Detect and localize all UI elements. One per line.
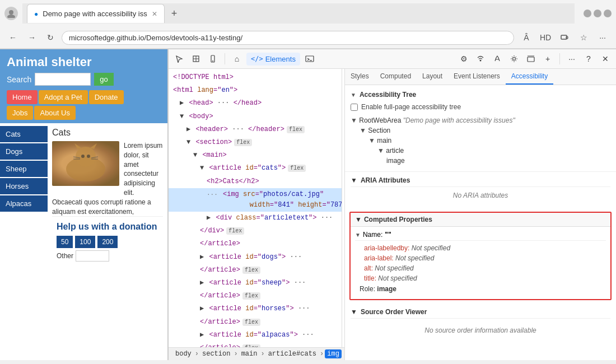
name-arrow: ▼ xyxy=(355,232,361,238)
accessibility-tree-section: ▼ Accessibility Tree Enable full-page ac… xyxy=(345,85,616,172)
bc-img[interactable]: img xyxy=(325,349,342,358)
forward-button[interactable]: → xyxy=(25,32,39,43)
bc-article-cats[interactable]: article#cats xyxy=(266,349,319,358)
sidebar-horses[interactable]: Horses xyxy=(0,178,48,194)
tree-head[interactable]: ▶ <head> ··· </head> xyxy=(169,97,342,110)
aria-labelledby-value: Not specified xyxy=(412,244,450,252)
tree-article-alpacas-close[interactable]: </article>flex xyxy=(169,342,342,347)
tree-html[interactable]: <html lang="en"> xyxy=(169,84,342,97)
tree-img-cat[interactable]: ··· <img src="photos/cat.jpg" width="841… xyxy=(169,188,342,212)
mobile-icon[interactable] xyxy=(206,52,220,66)
tree-doctype[interactable]: <!DOCTYPE html> xyxy=(169,71,342,84)
accessibility-tree-header[interactable]: ▼ Accessibility Tree xyxy=(351,88,610,101)
tree-article-dogs[interactable]: ▶ <article id="dogs"> ··· xyxy=(169,251,342,264)
source-order-header[interactable]: ▼ Source Order Viewer xyxy=(351,306,610,319)
console-icon[interactable] xyxy=(302,52,317,66)
enable-full-page-checkbox[interactable] xyxy=(351,104,358,111)
tab-layout[interactable]: Layout xyxy=(417,69,448,85)
home-icon[interactable]: ⌂ xyxy=(230,52,244,66)
tree-image-node[interactable]: image xyxy=(386,156,610,166)
cat-image xyxy=(52,141,119,186)
html-panel: <!DOCTYPE html> <html lang="en"> ▶ <head… xyxy=(169,69,345,360)
settings-gear-icon[interactable] xyxy=(507,52,521,66)
tree-article-horses[interactable]: ▶ <article id="horses"> ··· xyxy=(169,302,342,315)
hd-icon[interactable]: HD xyxy=(538,30,553,45)
tab-accessibility[interactable]: Accessibility xyxy=(506,69,553,85)
tree-article-horses-close[interactable]: </article>flex xyxy=(169,316,342,329)
tree-article-dogs-close[interactable]: </article>flex xyxy=(169,264,342,277)
tree-main-node[interactable]: ▼ main xyxy=(368,136,610,146)
read-aloud-icon[interactable]: Â xyxy=(519,30,534,45)
bc-section[interactable]: section xyxy=(200,349,232,358)
tree-div-articletext[interactable]: ▶ <div class="articletext"> ··· xyxy=(169,212,342,225)
add-tool-icon[interactable]: + xyxy=(540,52,555,66)
tree-article-alpacas[interactable]: ▶ <article id="alpacas"> ··· xyxy=(169,329,342,342)
bc-main[interactable]: main xyxy=(239,349,260,358)
tree-section-node[interactable]: ▼ Section xyxy=(360,125,610,136)
aria-label-label: aria-label: xyxy=(364,254,394,262)
tab-event-listeners[interactable]: Event Listeners xyxy=(448,69,506,85)
sidebar-cats[interactable]: Cats xyxy=(0,126,48,142)
rect-icon[interactable] xyxy=(524,52,538,66)
tree-article-sheep-close[interactable]: </article>flex xyxy=(169,290,342,302)
elements-tab-button[interactable]: </> Elements xyxy=(246,53,300,66)
donation-other-input[interactable] xyxy=(76,250,109,262)
cursor-icon[interactable] xyxy=(172,52,186,66)
donation-100[interactable]: 100 xyxy=(75,236,95,248)
tree-article-cats[interactable]: ▼ <article id="cats">flex xyxy=(169,162,342,175)
nav-about[interactable]: About Us xyxy=(34,106,75,120)
close-devtools-icon[interactable]: ✕ xyxy=(598,52,613,66)
wifi-icon[interactable] xyxy=(473,52,488,66)
close-button[interactable] xyxy=(604,10,612,17)
tab-computed[interactable]: Computed xyxy=(375,69,417,85)
tab-close-button[interactable]: ✕ xyxy=(152,10,157,18)
favorites-icon[interactable]: ☆ xyxy=(576,30,591,45)
minimize-button[interactable] xyxy=(584,10,591,17)
devices-icon[interactable] xyxy=(557,30,572,45)
donation-50[interactable]: 50 xyxy=(57,236,73,248)
aria-attributes-header[interactable]: ▼ ARIA Attributes xyxy=(351,174,610,187)
sidebar-sheep[interactable]: Sheep xyxy=(0,161,48,177)
tree-article-close[interactable]: </article> xyxy=(169,237,342,250)
sidebar-alpacas[interactable]: Alpacas xyxy=(0,195,48,212)
tab-styles[interactable]: Styles xyxy=(345,69,375,85)
search-button[interactable]: go xyxy=(94,73,113,86)
aria-label-row: aria-label: Not specified xyxy=(355,253,606,263)
tree-body[interactable]: ▼ <body> xyxy=(169,110,342,123)
active-tab[interactable]: ● Demo page with accessibility iss ✕ xyxy=(27,4,165,23)
gear-icon[interactable]: ⚙ xyxy=(456,52,471,66)
tree-article-node[interactable]: ▼ article xyxy=(377,146,610,156)
more-tools-icon[interactable]: ··· xyxy=(564,52,579,66)
back-button[interactable]: ← xyxy=(6,32,20,43)
svg-point-9 xyxy=(87,155,90,158)
bc-body[interactable]: body xyxy=(173,349,194,358)
search-input[interactable] xyxy=(35,73,91,86)
computed-name-row[interactable]: ▼ Name: "" xyxy=(355,229,606,241)
nav-home[interactable]: Home xyxy=(7,90,38,104)
donation-200[interactable]: 200 xyxy=(97,236,118,248)
nav-jobs[interactable]: Jobs xyxy=(7,106,33,120)
tree-main[interactable]: ▼ <main> xyxy=(169,149,342,162)
computed-properties-header[interactable]: ▼ Computed Properties xyxy=(351,213,610,227)
paint-icon[interactable] xyxy=(490,52,505,66)
nav-donate[interactable]: Donate xyxy=(89,90,124,104)
maximize-button[interactable] xyxy=(594,10,601,17)
tree-h2-cats[interactable]: <h2>Cats</h2> xyxy=(169,175,342,188)
more-options-icon[interactable]: ··· xyxy=(595,30,610,45)
aria-attributes-label: ARIA Attributes xyxy=(361,176,410,184)
help-icon[interactable]: ? xyxy=(581,52,596,66)
refresh-button[interactable]: ↻ xyxy=(44,32,57,43)
search-label: Search xyxy=(7,75,31,84)
nav-adopt[interactable]: Adopt a Pet xyxy=(39,90,88,104)
box-icon[interactable] xyxy=(189,52,203,66)
new-tab-button[interactable]: + xyxy=(167,8,182,20)
tree-root[interactable]: ▼ RootWebArea "Demo page with accessibil… xyxy=(351,115,610,125)
sidebar-dogs[interactable]: Dogs xyxy=(0,143,48,160)
address-input[interactable] xyxy=(62,31,514,45)
tree-section[interactable]: ▼ <section>flex xyxy=(169,136,342,149)
tree-article-sheep[interactable]: ▶ <article id="sheep"> ··· xyxy=(169,277,342,290)
tree-div-close[interactable]: </div>flex xyxy=(169,225,342,237)
shelter-body: Cats Dogs Sheep Horses Alpacas Cats xyxy=(0,123,167,356)
root-description: "Demo page with accessibility issues" xyxy=(403,116,515,124)
tree-header[interactable]: ▶ <header> ··· </header>flex xyxy=(169,123,342,136)
